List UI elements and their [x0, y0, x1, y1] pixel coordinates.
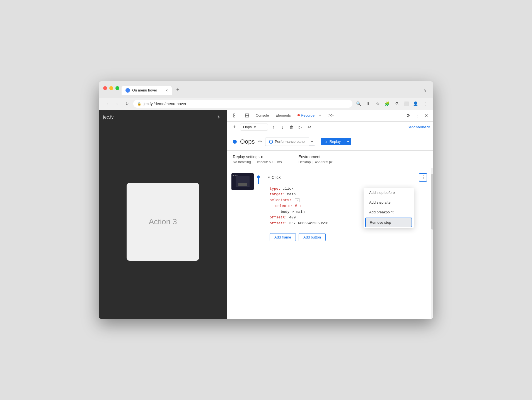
delete-recording-button[interactable]: 🗑: [287, 123, 295, 131]
lock-icon: 🔒: [137, 102, 141, 106]
menu-button[interactable]: ⋮: [421, 100, 429, 108]
devtools-panel: Console Elements Recorder + >> ⚙ ⋮ ✕ +: [227, 110, 433, 319]
undo-recording-button[interactable]: ↩: [305, 123, 313, 131]
offsetX-val: 409: [289, 215, 296, 220]
recording-status-dot: [233, 140, 237, 144]
theme-toggle-button[interactable]: ☀: [215, 113, 223, 121]
browser-window: On menu hover × + ∨ ‹ › ↻ 🔒 jec.fyi/demo…: [99, 81, 433, 319]
more-tabs-button[interactable]: >>: [326, 112, 336, 119]
tab-elements-text-button[interactable]: Elements: [273, 110, 294, 121]
svg-rect-2: [234, 116, 235, 117]
website-panel: jec.fyi ☀ Action 3: [99, 110, 227, 319]
step-header[interactable]: ▼ Click ⋮: [264, 171, 431, 184]
replay-button[interactable]: ▷ Replay: [321, 138, 344, 145]
devtools-close-button[interactable]: ✕: [422, 112, 430, 119]
tab-title: On menu hover: [132, 88, 157, 92]
maximize-button[interactable]: [115, 86, 119, 90]
type-key: type:: [270, 187, 280, 191]
nav-icons: 🔍 ⬆ ☆ 🧩 ⚗ ⬜ 👤 ⋮: [355, 100, 429, 108]
offsetY-key: offsetY:: [270, 221, 287, 225]
context-menu-remove-step[interactable]: Remove step: [365, 218, 412, 227]
environment-detail: Desktop | 456×685 px: [298, 160, 332, 164]
labs-button[interactable]: ⚗: [393, 100, 400, 108]
env-divider: |: [312, 160, 313, 164]
back-button[interactable]: ‹: [103, 100, 111, 108]
reload-button[interactable]: ↻: [123, 100, 131, 108]
tab-elements-button[interactable]: [231, 110, 241, 121]
collapse-button[interactable]: ∨: [422, 86, 429, 95]
tab-inspector-button[interactable]: [242, 110, 252, 121]
replay-settings-section: Replay settings ▶ No throttling | Timeou…: [233, 155, 282, 164]
add-recording-button[interactable]: +: [231, 123, 238, 131]
tab-recorder[interactable]: Recorder +: [295, 110, 325, 121]
resolution-label: 456×685 px: [315, 160, 333, 164]
minimize-button[interactable]: [109, 86, 113, 90]
context-menu-add-after[interactable]: Add step after: [364, 197, 414, 207]
devtools-menu-button[interactable]: ⋮: [413, 112, 421, 119]
settings-divider: |: [253, 160, 253, 164]
svg-rect-1: [234, 114, 235, 115]
settings-icon-button[interactable]: ⚙: [404, 112, 412, 119]
send-feedback-link[interactable]: Send feedback: [408, 125, 430, 129]
nav-bar: ‹ › ↻ 🔒 jec.fyi/demo/menu-hover 🔍 ⬆ ☆ 🧩 …: [99, 98, 433, 110]
extensions-button[interactable]: 🧩: [383, 100, 391, 108]
action-card: Action 3: [127, 183, 199, 261]
recorder-tab-label: Recorder: [301, 113, 316, 117]
play-recording-button[interactable]: ▷: [296, 123, 304, 131]
share-button[interactable]: ⬆: [364, 100, 372, 108]
tab-close-button[interactable]: ×: [166, 88, 168, 93]
active-tab[interactable]: On menu hover ×: [122, 86, 172, 95]
selectors-key: selectors:: [270, 198, 291, 202]
step-thumbnail: Action 1: [231, 173, 254, 190]
traffic-lights: [103, 86, 119, 90]
perf-panel-button[interactable]: Performance panel: [265, 138, 309, 146]
add-button-button[interactable]: Add button: [299, 233, 326, 241]
search-button[interactable]: 🔍: [355, 100, 362, 108]
settings-area: Replay settings ▶ No throttling | Timeou…: [227, 151, 433, 168]
svg-point-0: [126, 89, 129, 92]
target-val: main: [287, 192, 296, 196]
account-button[interactable]: 👤: [412, 100, 419, 108]
add-frame-button[interactable]: Add frame: [270, 233, 296, 241]
offsetY-val: 367.66666412353516: [289, 221, 328, 225]
new-tab-button[interactable]: +: [173, 85, 183, 95]
thumbnail-label: Action 1: [233, 174, 240, 176]
perf-panel-dropdown-button[interactable]: ▾: [309, 138, 315, 146]
environment-title: Environment: [298, 155, 332, 159]
main-area: jec.fyi ☀ Action 3 Console: [99, 110, 433, 319]
context-menu-add-before[interactable]: Add step before: [364, 188, 414, 197]
perf-panel-label: Performance panel: [275, 139, 306, 144]
step-menu-button[interactable]: ⋮: [419, 173, 427, 182]
step-buttons: Add frame Add button: [264, 231, 431, 244]
perf-panel-button-group: Performance panel ▾: [265, 138, 316, 146]
tab-favicon: [125, 88, 130, 93]
scrollbar-thumb: [431, 174, 433, 230]
selector-num-key: selector #1:: [275, 204, 301, 208]
forward-button[interactable]: ›: [113, 100, 121, 108]
bookmark-button[interactable]: ☆: [374, 100, 381, 108]
scrollbar[interactable]: [431, 168, 433, 319]
split-button[interactable]: ⬜: [402, 100, 410, 108]
replay-dropdown-button[interactable]: ▾: [345, 138, 351, 145]
recorder-tab-close[interactable]: +: [318, 112, 322, 119]
step-title: Click: [272, 175, 281, 180]
close-button[interactable]: [103, 86, 107, 90]
step-expand-icon: ▼: [267, 176, 270, 179]
tabs-row: On menu hover × + ∨: [122, 85, 429, 95]
recording-toolbar-icons: ↑ ↓ 🗑 ▷ ↩: [270, 123, 313, 131]
context-menu-add-breakpoint[interactable]: Add breakpoint: [364, 207, 414, 217]
recorder-dot: [298, 114, 300, 116]
website-title: jec.fyi: [103, 115, 115, 120]
edit-name-icon[interactable]: ✏: [258, 139, 262, 144]
download-recording-button[interactable]: ↓: [279, 123, 286, 131]
tab-console-button[interactable]: Console: [253, 110, 272, 121]
recording-selector[interactable]: Oops ▾: [240, 124, 268, 131]
timeline-line: [258, 178, 259, 184]
upload-recording-button[interactable]: ↑: [270, 123, 277, 131]
replay-settings-title[interactable]: Replay settings ▶: [233, 155, 282, 159]
website-header: jec.fyi ☀: [99, 110, 227, 124]
play-icon: ▷: [325, 139, 328, 144]
target-key: target:: [270, 192, 285, 196]
recording-title-area: Oops ✏ Performance panel ▾: [227, 133, 433, 151]
address-bar[interactable]: 🔒 jec.fyi/demo/menu-hover: [133, 100, 352, 108]
